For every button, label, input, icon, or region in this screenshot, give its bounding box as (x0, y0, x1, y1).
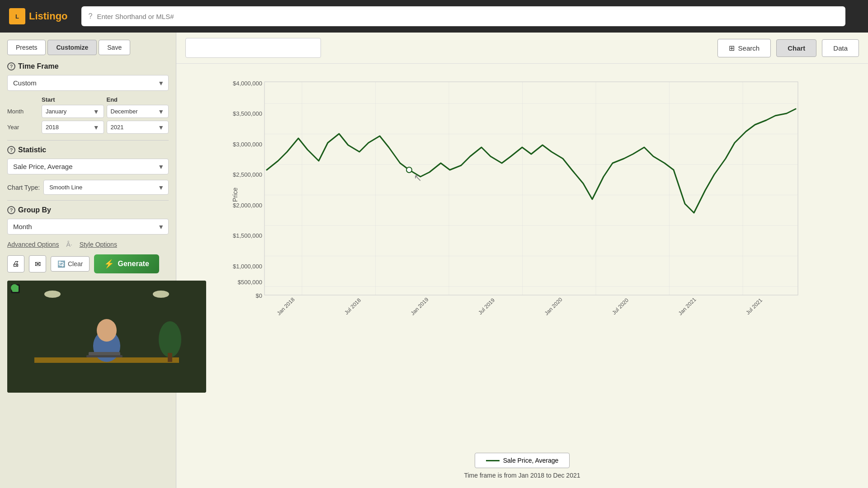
end-label: End (107, 96, 169, 103)
search-button[interactable]: ⊞ Search (717, 39, 771, 57)
svg-point-31 (406, 167, 412, 173)
sidebar-tabs: Presets Customize Save (7, 40, 169, 55)
content-topbar: ⊞ Search Chart Data (176, 33, 868, 64)
svg-text:$0: $0 (256, 292, 262, 299)
content-search-box[interactable] (185, 38, 321, 58)
end-year-wrapper: 2018201920202021 ▼ (107, 121, 169, 134)
statistic-select[interactable]: Sale Price, Average Sale Price, Median L… (7, 159, 169, 174)
legend-item-sale-price: Sale Price, Average (475, 453, 570, 468)
divider-2 (7, 200, 169, 201)
logo: L Listingo (9, 8, 68, 24)
chart-legend: Sale Price, Average (190, 453, 854, 468)
svg-text:Jul 2020: Jul 2020 (611, 297, 630, 316)
generate-icon: ⚡ (104, 259, 114, 269)
svg-text:Jan 2020: Jan 2020 (543, 296, 564, 317)
clear-button[interactable]: 🔄 Clear (51, 256, 90, 272)
statistic-dropdown-wrapper: Sale Price, Average Sale Price, Median L… (7, 159, 169, 174)
chart-type-label: Chart Type: (7, 184, 40, 191)
start-year-select[interactable]: 2018201920202021 (42, 121, 104, 134)
search-grid-icon: ⊞ (729, 44, 735, 52)
header: L Listingo ? (0, 0, 868, 33)
statistic-help-icon[interactable]: ? (7, 146, 15, 154)
start-label: Start (42, 96, 104, 103)
chart-button[interactable]: Chart (776, 39, 816, 57)
content-area: ⊞ Search Chart Data (176, 33, 868, 488)
svg-point-2 (153, 291, 169, 298)
time-frame-help-icon[interactable]: ? (7, 62, 15, 70)
help-icon: ? (89, 12, 93, 20)
header-search-bar[interactable]: ? (81, 6, 845, 26)
svg-text:$1,500,000: $1,500,000 (233, 232, 262, 239)
year-row-label: Year (7, 124, 39, 131)
svg-text:$500,000: $500,000 (238, 279, 262, 286)
svg-text:$3,500,000: $3,500,000 (233, 110, 262, 117)
svg-text:Jan 2021: Jan 2021 (677, 296, 698, 317)
time-frame-select[interactable]: Custom (7, 75, 169, 91)
svg-text:$1,000,000: $1,000,000 (233, 263, 262, 270)
email-button[interactable]: ✉ (29, 255, 46, 272)
svg-text:$3,000,000: $3,000,000 (233, 141, 262, 148)
data-button[interactable]: Data (822, 39, 859, 57)
chart-type-dropdown-wrapper: Smooth Line Bar Line ▼ (43, 180, 169, 195)
svg-text:$4,000,000: $4,000,000 (233, 80, 262, 87)
svg-point-5 (97, 319, 117, 342)
time-frame-dropdown-wrapper: Custom ▼ (7, 75, 169, 91)
options-separator: Â· (66, 241, 72, 248)
start-month-wrapper: JanuaryFebruaryMarchApril MayJuneJulyAug… (42, 105, 104, 118)
svg-text:Jul 2018: Jul 2018 (343, 297, 362, 316)
svg-text:Jan 2019: Jan 2019 (410, 296, 430, 317)
style-options-link[interactable]: Style Options (80, 241, 117, 248)
chart-svg-wrapper: $4,000,000 $3,500,000 $3,000,000 $2,500,… (190, 73, 854, 448)
chart-caption: Time frame is from Jan 2018 to Dec 2021 (190, 472, 854, 479)
svg-text:$2,000,000: $2,000,000 (233, 202, 262, 209)
print-button[interactable]: 🖨 (7, 255, 24, 272)
mls-search-input[interactable] (97, 13, 838, 20)
svg-text:$2,500,000: $2,500,000 (233, 171, 262, 178)
tab-presets[interactable]: Presets (7, 40, 46, 55)
chart-svg: $4,000,000 $3,500,000 $3,000,000 $2,500,… (190, 73, 854, 317)
group-by-section: ? Group By (7, 206, 169, 214)
svg-text:Price: Price (231, 188, 239, 202)
svg-rect-7 (86, 355, 123, 357)
legend-label: Sale Price, Average (503, 457, 559, 464)
statistic-section: ? Statistic (7, 146, 169, 154)
video-scene (7, 281, 206, 393)
tab-save[interactable]: Save (99, 40, 130, 55)
end-month-select[interactable]: JanuaryFebruaryMarchApril MayJuneJulyAug… (107, 105, 169, 118)
video-inner (7, 281, 206, 393)
end-month-wrapper: JanuaryFebruaryMarchApril MayJuneJulyAug… (107, 105, 169, 118)
advanced-options-link[interactable]: Advanced Options (7, 241, 59, 248)
month-row-label: Month (7, 108, 39, 115)
time-frame-section: ? Time Frame (7, 62, 169, 70)
group-by-dropdown-wrapper: Month Quarter Year ▼ (7, 219, 169, 235)
svg-text:Jul 2021: Jul 2021 (745, 297, 764, 316)
video-thumbnail[interactable] (7, 281, 206, 393)
svg-text:Jul 2019: Jul 2019 (477, 297, 496, 316)
start-month-select[interactable]: JanuaryFebruaryMarchApril MayJuneJulyAug… (42, 105, 104, 118)
start-year-wrapper: 2018201920202021 ▼ (42, 121, 104, 134)
options-links: Advanced Options Â· Style Options (7, 241, 169, 248)
clear-icon: 🔄 (57, 260, 65, 267)
svg-point-1 (44, 291, 61, 298)
sidebar: Presets Customize Save ? Time Frame Cust… (0, 33, 176, 488)
tab-customize[interactable]: Customize (47, 40, 97, 55)
svg-text:↖: ↖ (414, 172, 422, 183)
divider-1 (7, 140, 169, 141)
group-by-select[interactable]: Month Quarter Year (7, 219, 169, 235)
svg-rect-9 (168, 353, 172, 362)
chart-type-row: Chart Type: Smooth Line Bar Line ▼ (7, 180, 169, 195)
action-buttons: 🖨 ✉ 🔄 Clear ⚡ Generate (7, 254, 169, 273)
chart-container: $4,000,000 $3,500,000 $3,000,000 $2,500,… (176, 64, 868, 488)
svg-point-8 (159, 321, 181, 357)
video-indicator (11, 284, 18, 291)
end-year-select[interactable]: 2018201920202021 (107, 121, 169, 134)
generate-button[interactable]: ⚡ Generate (94, 254, 159, 273)
main-layout: Presets Customize Save ? Time Frame Cust… (0, 33, 868, 488)
chart-type-select[interactable]: Smooth Line Bar Line (43, 180, 169, 195)
group-by-help-icon[interactable]: ? (7, 206, 15, 214)
svg-rect-12 (264, 82, 798, 295)
svg-text:Jan 2018: Jan 2018 (276, 296, 296, 317)
legend-line (486, 460, 500, 461)
logo-icon: L (9, 8, 25, 24)
